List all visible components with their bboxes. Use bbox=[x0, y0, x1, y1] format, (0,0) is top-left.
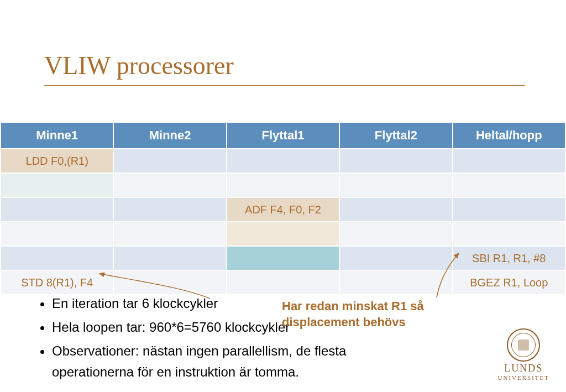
cell bbox=[114, 174, 226, 197]
col-heltal: Heltal/hopp bbox=[453, 123, 565, 148]
cell bbox=[114, 198, 226, 221]
cell: ADF F4, F0, F2 bbox=[227, 198, 339, 221]
table-row: SBI R1, R1, #8 bbox=[1, 247, 565, 270]
vliw-schedule-table: Minne1 Minne2 Flyttal1 Flyttal2 Heltal/h… bbox=[0, 122, 566, 295]
col-flyttal2: Flyttal2 bbox=[340, 123, 452, 148]
cell bbox=[114, 149, 226, 173]
bullet-item: Observationer: nästan ingen parallellism… bbox=[52, 341, 350, 381]
cell bbox=[227, 222, 339, 245]
cell bbox=[227, 247, 339, 270]
col-flyttal1: Flyttal1 bbox=[227, 123, 339, 148]
seal-icon bbox=[507, 328, 540, 362]
cell bbox=[340, 222, 452, 245]
table-row bbox=[1, 222, 565, 245]
cell: BGEZ R1, Loop bbox=[453, 271, 565, 294]
title-rule bbox=[44, 85, 525, 86]
cell: STD 8(R1), F4 bbox=[1, 271, 113, 294]
cell bbox=[453, 222, 565, 245]
cell bbox=[340, 198, 452, 221]
slide-title: VLIW processorer bbox=[44, 51, 234, 80]
cell bbox=[1, 198, 113, 221]
cell bbox=[453, 198, 565, 221]
cell: LDD F0,(R1) bbox=[1, 149, 113, 173]
table-row: STD 8(R1), F4 BGEZ R1, Loop bbox=[1, 271, 565, 294]
cell bbox=[227, 174, 339, 197]
university-logo: LUNDS UNIVERSITET bbox=[498, 328, 550, 381]
cell bbox=[227, 271, 339, 294]
logo-sub: UNIVERSITET bbox=[498, 374, 550, 381]
cell bbox=[114, 271, 226, 294]
logo-name: LUNDS bbox=[498, 363, 550, 374]
cell bbox=[453, 149, 565, 173]
table-row bbox=[1, 174, 565, 197]
slide: VLIW processorer Minne1 Minne2 Flyttal1 … bbox=[0, 0, 566, 392]
table-row: LDD F0,(R1) bbox=[1, 149, 565, 173]
table-header-row: Minne1 Minne2 Flyttal1 Flyttal2 Heltal/h… bbox=[1, 123, 565, 148]
cell bbox=[1, 174, 113, 197]
cell bbox=[340, 247, 452, 270]
table-row: ADF F4, F0, F2 bbox=[1, 198, 565, 221]
col-minne2: Minne2 bbox=[114, 123, 226, 148]
cell: SBI R1, R1, #8 bbox=[453, 247, 565, 270]
annotation-text: Har redan minskat R1 så displacement beh… bbox=[282, 299, 459, 330]
cell bbox=[114, 222, 226, 245]
cell bbox=[453, 174, 565, 197]
cell bbox=[340, 174, 452, 197]
cell bbox=[340, 271, 452, 294]
cell bbox=[340, 149, 452, 173]
col-minne1: Minne1 bbox=[1, 123, 113, 148]
cell bbox=[1, 222, 113, 245]
cell bbox=[227, 149, 339, 173]
cell bbox=[1, 247, 113, 270]
cell bbox=[114, 247, 226, 270]
